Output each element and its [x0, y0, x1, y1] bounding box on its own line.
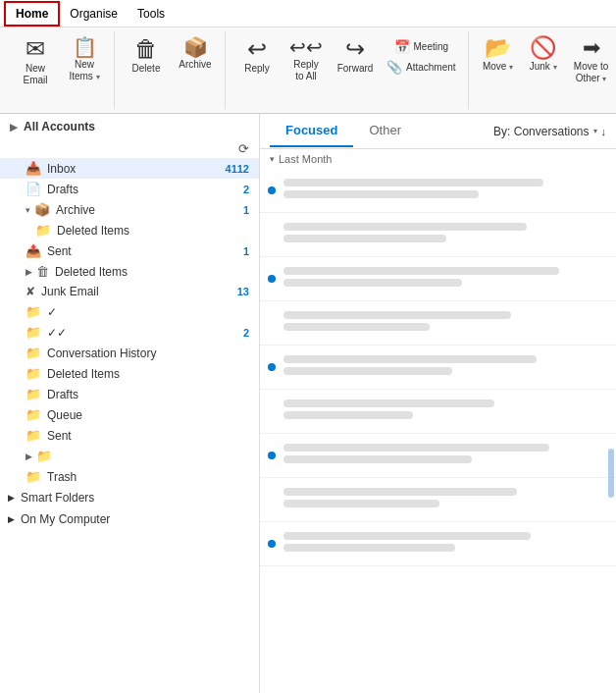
archive-deleted-icon: 📁	[35, 223, 51, 238]
menu-bar: Home Organise Tools	[0, 0, 616, 27]
folder-item-deleted-top[interactable]: ▶ 🗑 Deleted Items	[0, 261, 259, 282]
email-dot-1	[268, 187, 276, 194]
archive-label: Archive	[179, 59, 211, 71]
archive-expand-icon: ▾	[26, 205, 30, 215]
all-accounts-label: All Accounts	[24, 120, 95, 133]
smart-folders-chevron: ▶	[8, 493, 15, 503]
drafts-name: Drafts	[47, 183, 243, 196]
archive-badge: 1	[243, 204, 249, 216]
email-body-1	[283, 179, 608, 202]
delete-button[interactable]: 🗑 Delete	[123, 33, 170, 77]
menu-tab-organise[interactable]: Organise	[60, 3, 128, 25]
folder-item-deleted2[interactable]: 📁 Deleted Items	[0, 363, 259, 384]
on-my-computer-header[interactable]: ▶ On My Computer	[0, 508, 259, 530]
new-email-icon: ✉	[26, 37, 45, 61]
archive-name: Archive	[56, 203, 243, 217]
new-email-button[interactable]: ✉ New Email	[12, 33, 59, 88]
email-line-8b	[283, 500, 439, 507]
email-body-2	[283, 223, 608, 246]
attachment-icon: 📎	[386, 60, 402, 75]
menu-tab-tools[interactable]: Tools	[128, 3, 175, 25]
conv-history-icon: 📁	[26, 346, 41, 360]
folder-item-trash[interactable]: 📁 Trash	[0, 466, 259, 487]
reply-button[interactable]: ↩ Reply	[233, 33, 281, 77]
email-dot-9	[268, 540, 276, 548]
email-item-2[interactable]	[260, 213, 616, 257]
tabs-bar: Focused Other By: Conversations ▾ ↓	[260, 114, 616, 149]
email-line-7a	[283, 444, 549, 452]
folder-item-junk[interactable]: ✘ Junk Email 13	[0, 282, 259, 301]
folder-item-check2[interactable]: 📁 ✓✓ 2	[0, 322, 259, 343]
junk-name: Junk Email	[41, 285, 237, 298]
email-item-9[interactable]	[260, 522, 616, 566]
email-line-6b	[283, 411, 413, 419]
sent2-name: Sent	[47, 429, 249, 443]
email-item-6[interactable]	[260, 390, 616, 434]
forward-button[interactable]: ↪ Forward	[332, 33, 379, 77]
folder-item-drafts2[interactable]: 📁 Drafts	[0, 384, 259, 404]
tabs-left: Focused Other	[270, 115, 417, 147]
folder-item-unnamed[interactable]: ▶ 📁	[0, 446, 259, 466]
attachment-label: Attachment	[406, 62, 456, 73]
folder-item-archive[interactable]: ▾ 📦 Archive 1	[0, 199, 259, 220]
last-month-chevron: ▾	[270, 154, 275, 164]
deleted2-name: Deleted Items	[47, 367, 249, 381]
new-items-button[interactable]: 📋 NewItems ▾	[61, 33, 108, 84]
folder-item-archive-deleted[interactable]: 📁 Deleted Items	[0, 220, 259, 240]
email-dot-7	[268, 452, 276, 459]
email-dot-5	[268, 363, 276, 371]
check2-icon: 📁	[26, 325, 41, 340]
junk-button[interactable]: 🚫 Junk ▾	[522, 33, 565, 75]
archive-button[interactable]: 📦 Archive	[172, 33, 219, 73]
folder-item-conv-history[interactable]: 📁 Conversation History	[0, 343, 259, 363]
folder-item-sent2[interactable]: 📁 Sent	[0, 425, 259, 446]
scroll-indicator	[608, 449, 614, 498]
email-item-7[interactable]	[260, 434, 616, 478]
email-dot-3	[268, 275, 276, 283]
deleted-top-icon: 🗑	[36, 264, 49, 279]
folder-item-inbox[interactable]: 📥 Inbox 4112	[0, 158, 259, 179]
last-month-label[interactable]: ▾ Last Month	[260, 149, 616, 169]
email-line-4b	[283, 323, 430, 331]
attachment-button[interactable]: 📎 Attachment	[381, 58, 462, 77]
drafts2-name: Drafts	[47, 388, 249, 401]
email-body-9	[283, 532, 608, 556]
all-accounts-header[interactable]: ▶ All Accounts	[0, 114, 259, 139]
folder-item-sent[interactable]: 📤 Sent 1	[0, 240, 259, 261]
email-item-3[interactable]	[260, 257, 616, 301]
email-body-3	[283, 267, 608, 291]
check1-name: ✓	[47, 305, 249, 319]
folder-item-queue[interactable]: 📁 Queue	[0, 404, 259, 425]
folder-item-drafts[interactable]: 📄 Drafts 2	[0, 179, 259, 199]
on-my-computer-chevron: ▶	[8, 514, 15, 524]
tab-other[interactable]: Other	[353, 115, 417, 147]
ribbon-group-delete: 🗑 Delete 📦 Archive	[117, 31, 226, 109]
move-icon: 📂	[485, 37, 511, 59]
email-item-4[interactable]	[260, 301, 616, 346]
reply-icon: ↩	[247, 37, 267, 61]
email-item-1[interactable]	[260, 169, 616, 213]
inbox-name: Inbox	[47, 162, 226, 176]
sort-desc-icon: ↓	[601, 126, 607, 137]
sent2-icon: 📁	[26, 428, 41, 443]
inbox-icon: 📥	[26, 161, 41, 176]
email-item-5[interactable]	[260, 346, 616, 390]
sent-name: Sent	[47, 244, 243, 258]
reply-all-button[interactable]: ↩↩ Replyto All	[282, 33, 330, 84]
tab-focused[interactable]: Focused	[270, 115, 353, 147]
email-item-8[interactable]	[260, 478, 616, 522]
check2-badge: 2	[243, 327, 249, 339]
email-line-3a	[283, 267, 559, 275]
sort-control[interactable]: By: Conversations ▾ ↓	[493, 125, 606, 138]
menu-tab-home[interactable]: Home	[4, 1, 60, 27]
move-button[interactable]: 📂 Move ▾	[477, 33, 520, 75]
sync-icon[interactable]: ⟳	[238, 141, 249, 156]
smart-folders-header[interactable]: ▶ Smart Folders	[0, 487, 259, 508]
move-to-other-button[interactable]: ➡ Move toOther ▾	[567, 33, 616, 86]
email-line-8a	[283, 488, 517, 496]
move-label: Move ▾	[483, 61, 513, 73]
folder-item-check1[interactable]: 📁 ✓	[0, 301, 259, 322]
archive-folder-icon: 📦	[34, 202, 50, 217]
respond-small-buttons: 📅 Meeting 📎 Attachment	[381, 37, 462, 77]
meeting-button[interactable]: 📅 Meeting	[381, 37, 462, 56]
